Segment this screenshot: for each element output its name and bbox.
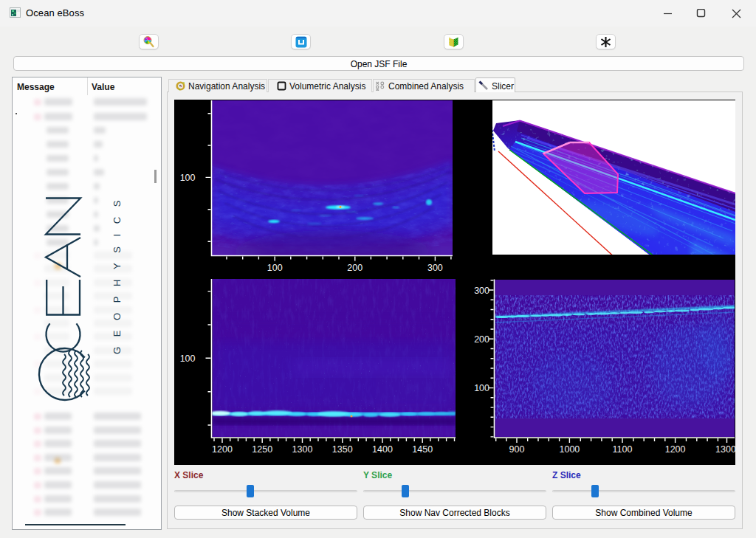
svg-text:1000: 1000 — [559, 444, 580, 455]
svg-text:1450: 1450 — [412, 444, 433, 455]
svg-text:100: 100 — [180, 354, 196, 364]
svg-text:1100: 1100 — [613, 444, 633, 455]
svg-text:1350: 1350 — [332, 444, 353, 455]
svg-text:1400: 1400 — [372, 444, 393, 455]
svg-text:200: 200 — [347, 263, 362, 273]
svg-text:300: 300 — [427, 263, 443, 273]
svg-text:200: 200 — [474, 334, 489, 345]
svg-text:100: 100 — [474, 383, 489, 393]
svg-text:300: 300 — [474, 286, 489, 296]
svg-text:1200: 1200 — [665, 444, 686, 455]
svg-text:GEOPHYSICS: GEOPHYSICS — [111, 190, 123, 354]
svg-text:900: 900 — [509, 444, 525, 455]
svg-text:1300: 1300 — [292, 444, 313, 455]
svg-text:1300: 1300 — [715, 444, 735, 455]
svg-text:1250: 1250 — [252, 444, 272, 455]
svg-text:100: 100 — [180, 173, 196, 183]
svg-text:1200: 1200 — [212, 444, 233, 455]
svg-text:100: 100 — [267, 263, 283, 273]
